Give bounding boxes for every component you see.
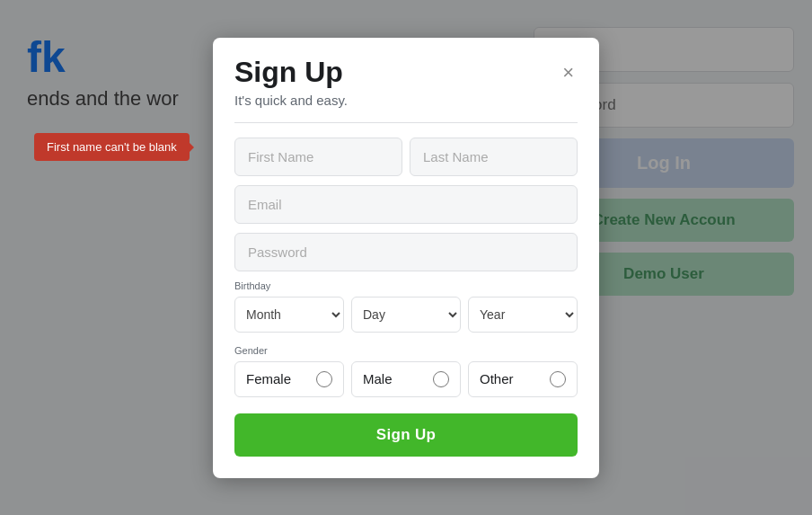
- gender-male-radio[interactable]: [433, 371, 449, 387]
- signup-modal: Sign Up × It's quick and easy. Birthday …: [213, 38, 599, 478]
- gender-female[interactable]: Female: [234, 361, 344, 397]
- modal-subtitle: It's quick and easy.: [234, 93, 578, 123]
- password-row: [234, 233, 578, 271]
- name-row: [234, 138, 578, 176]
- modal-overlay: Sign Up × It's quick and easy. Birthday …: [0, 0, 812, 515]
- email-input[interactable]: [234, 185, 578, 224]
- year-select[interactable]: Year: [468, 297, 578, 333]
- gender-male-label: Male: [363, 371, 393, 386]
- birthday-label: Birthday: [234, 280, 578, 291]
- modal-title: Sign Up: [234, 56, 343, 89]
- first-name-input[interactable]: [234, 138, 402, 176]
- day-select[interactable]: Day: [351, 297, 461, 333]
- birthday-row: Month JanuaryFebruaryMarch AprilMayJune …: [234, 297, 578, 333]
- modal-header: Sign Up ×: [234, 56, 578, 89]
- month-select[interactable]: Month JanuaryFebruaryMarch AprilMayJune …: [234, 297, 344, 333]
- gender-female-label: Female: [246, 371, 291, 386]
- gender-male[interactable]: Male: [351, 361, 461, 397]
- close-button[interactable]: ×: [559, 59, 578, 86]
- gender-other[interactable]: Other: [468, 361, 578, 397]
- first-name-error-tooltip: First name can't be blank: [34, 133, 190, 161]
- last-name-input[interactable]: [410, 138, 578, 176]
- email-row: [234, 185, 578, 224]
- password-input[interactable]: [234, 233, 578, 271]
- signup-button[interactable]: Sign Up: [234, 413, 578, 457]
- gender-label: Gender: [234, 345, 578, 356]
- gender-other-radio[interactable]: [550, 371, 566, 387]
- gender-female-radio[interactable]: [316, 371, 332, 387]
- gender-row: Female Male Other: [234, 361, 578, 397]
- gender-other-label: Other: [480, 371, 514, 386]
